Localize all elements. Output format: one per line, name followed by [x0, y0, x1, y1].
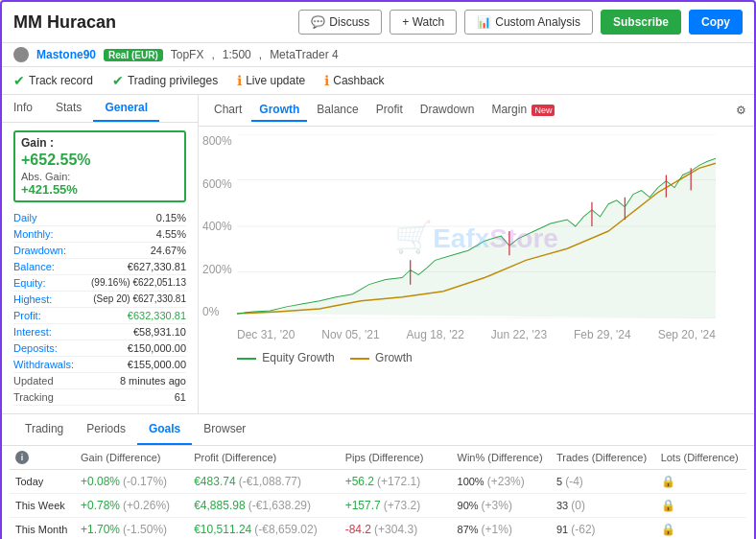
- live-icon: ℹ: [237, 73, 242, 88]
- stat-val-profit: €632,330.81: [128, 310, 186, 321]
- stat-label-tracking: Tracking: [13, 391, 54, 403]
- gain-box: Gain : +652.55% Abs. Gain: +421.55%: [13, 130, 186, 202]
- stat-label-deposits: Deposits:: [13, 342, 58, 354]
- copy-button[interactable]: Copy: [689, 10, 743, 35]
- live-update-status: ℹ Live update: [237, 73, 305, 88]
- x-feb24: Feb 29, '24: [574, 328, 631, 341]
- stat-label-withdrawals: Withdrawals:: [13, 359, 74, 370]
- bottom-tab-goals[interactable]: Goals: [137, 414, 192, 445]
- margin-badge: New: [532, 105, 555, 116]
- col-header-trades: Trades (Difference): [551, 446, 655, 470]
- table-row: This Month +1.70% (-1.50%) €10,511.24 (-…: [10, 518, 746, 540]
- stat-val-tracking: 61: [175, 391, 186, 403]
- chart-area: 800% 600% 400% 200% 0% 🛒EafxStore: [199, 127, 754, 347]
- gain-value: +652.55%: [21, 152, 178, 169]
- bottom-tab-periods[interactable]: Periods: [75, 414, 137, 445]
- y-200: 200%: [202, 263, 232, 276]
- stat-val-highest: (Sep 20) €627,330.81: [93, 293, 186, 305]
- watch-button[interactable]: + Watch: [390, 10, 457, 35]
- y-600: 600%: [202, 177, 232, 191]
- chart-settings-icon[interactable]: ⚙: [736, 104, 746, 117]
- stats-section: Gain : +652.55% Abs. Gain: +421.55% Dail…: [2, 123, 198, 413]
- chart-tab-balance[interactable]: Balance: [309, 99, 366, 122]
- stat-label-profit: Profit:: [13, 310, 41, 321]
- discuss-button[interactable]: 💬 Discuss: [298, 10, 382, 35]
- subscribe-button[interactable]: Subscribe: [601, 10, 681, 35]
- stat-label-monthly: Monthly:: [13, 228, 54, 240]
- growth-line-icon: [350, 358, 369, 360]
- live-update-label: Live update: [246, 74, 305, 87]
- x-axis: Dec 31, '20 Nov 05, '21 Aug 18, '22 Jun …: [237, 328, 716, 341]
- stat-val-balance: €627,330.81: [128, 261, 186, 272]
- leverage: 1:500: [223, 48, 251, 61]
- stat-label-equity: Equity:: [13, 277, 46, 289]
- stat-label-updated: Updated: [13, 375, 54, 387]
- stat-label-daily: Daily: [13, 212, 36, 223]
- account-type-badge: Real (EUR): [104, 49, 163, 61]
- stat-label-highest: Highest:: [13, 293, 52, 305]
- col-header-info: i: [10, 446, 75, 470]
- info-icon: i: [15, 451, 29, 464]
- check-icon-trading: ✔: [112, 73, 124, 88]
- chart-tab-growth[interactable]: Growth: [251, 99, 307, 122]
- stat-val-drawdown: 24.67%: [151, 245, 186, 256]
- cashback-icon: ℹ: [324, 73, 329, 88]
- chart-tab-profit[interactable]: Profit: [368, 99, 411, 122]
- row-label-month: This Month: [10, 518, 75, 540]
- stat-interest: Interest: €58,931.10: [13, 324, 186, 340]
- header: MM Huracan 💬 Discuss + Watch 📊 Custom An…: [2, 2, 754, 43]
- legend-growth: Growth: [350, 351, 413, 364]
- row-profit-week: €4,885.98 (-€1,638.29): [188, 494, 339, 518]
- stat-label-interest: Interest:: [13, 326, 52, 338]
- y-800: 800%: [202, 134, 232, 148]
- trading-privileges-status: ✔ Trading privileges: [112, 73, 218, 88]
- y-axis: 800% 600% 400% 200% 0%: [202, 134, 232, 318]
- chart-tab-margin[interactable]: Margin New: [484, 99, 562, 122]
- custom-analysis-button[interactable]: 📊 Custom Analysis: [464, 10, 593, 35]
- bottom-tab-browser[interactable]: Browser: [192, 414, 257, 445]
- page-title: MM Huracan: [13, 12, 116, 33]
- stat-equity: Equity: (99.16%) €622,051.13: [13, 275, 186, 292]
- stat-daily: Daily 0.15%: [13, 210, 186, 226]
- y-400: 400%: [202, 220, 232, 233]
- platform: MetaTrader 4: [270, 48, 339, 61]
- tab-stats[interactable]: Stats: [44, 95, 93, 122]
- abs-gain-value: +421.55%: [21, 182, 178, 197]
- goals-table-wrap: i Gain (Difference) Profit (Difference) …: [2, 446, 754, 539]
- x-nov21: Nov 05, '21: [321, 328, 379, 341]
- main-container: MM Huracan 💬 Discuss + Watch 📊 Custom An…: [0, 0, 756, 539]
- track-record-status: ✔ Track record: [13, 73, 93, 88]
- row-pips-today: +56.2 (+172.1): [340, 470, 452, 494]
- stat-val-interest: €58,931.10: [133, 326, 186, 338]
- chart-tab-drawdown[interactable]: Drawdown: [413, 99, 483, 122]
- y-0: 0%: [202, 305, 232, 318]
- table-row: Today +0.08% (-0.17%) €483.74 (-€1,088.7…: [10, 470, 746, 494]
- cashback-status: ℹ Cashback: [324, 73, 384, 88]
- row-lots-month: 🔒: [655, 518, 746, 540]
- stat-val-daily: 0.15%: [156, 212, 186, 223]
- tab-general[interactable]: General: [93, 95, 159, 122]
- table-row: This Week +0.78% (+0.26%) €4,885.98 (-€1…: [10, 494, 746, 518]
- row-win-month: 87% (+1%): [452, 518, 551, 540]
- stat-drawdown: Drawdown: 24.67%: [13, 243, 186, 259]
- trading-privileges-label: Trading privileges: [128, 74, 218, 87]
- chart-tab-chart[interactable]: Chart: [206, 99, 249, 122]
- stat-deposits: Deposits: €150,000.00: [13, 340, 186, 357]
- check-icon-track: ✔: [13, 73, 25, 88]
- stat-monthly: Monthly: 4.55%: [13, 226, 186, 243]
- stat-label-balance: Balance:: [13, 261, 55, 272]
- account-name[interactable]: Mastone90: [36, 48, 96, 61]
- x-jun23: Jun 22, '23: [491, 328, 547, 341]
- tab-info[interactable]: Info: [2, 95, 44, 122]
- col-header-lots: Lots (Difference): [655, 446, 746, 470]
- growth-chart: [237, 134, 716, 318]
- abs-gain-label: Abs. Gain:: [21, 171, 178, 182]
- row-win-week: 90% (+3%): [452, 494, 551, 518]
- legend-equity: Equity Growth: [237, 351, 335, 364]
- row-gain-week: +0.78% (+0.26%): [75, 494, 188, 518]
- separator: ,: [211, 48, 214, 61]
- bottom-tab-trading[interactable]: Trading: [13, 414, 75, 445]
- header-right: 💬 Discuss + Watch 📊 Custom Analysis Subs…: [298, 10, 743, 35]
- broker-name: TopFX: [171, 48, 204, 61]
- col-header-pips: Pips (Difference): [340, 446, 452, 470]
